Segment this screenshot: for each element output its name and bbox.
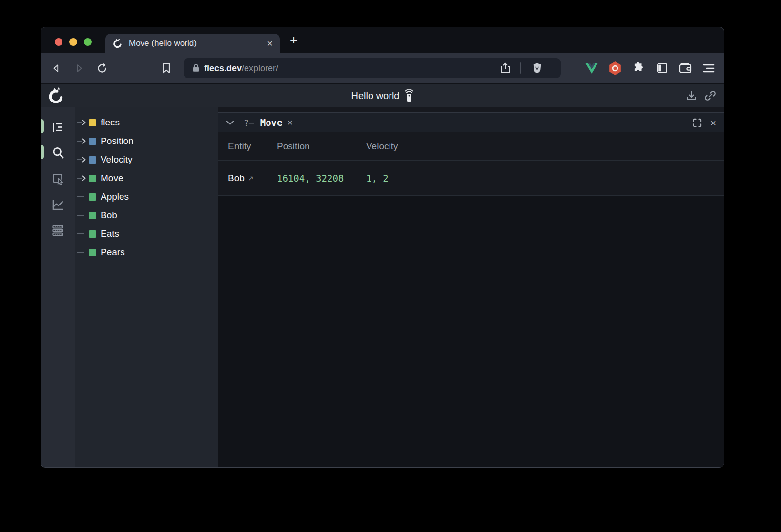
leaf-tick-icon — [77, 230, 87, 237]
world-title: Hello world — [351, 90, 400, 102]
wallet-icon[interactable] — [679, 62, 692, 75]
panel-close-icon[interactable]: × — [710, 118, 716, 128]
tree-item-label: Eats — [101, 228, 119, 239]
active-indicator — [41, 119, 44, 133]
back-button[interactable] — [51, 63, 62, 74]
velocity-value: 1, 2 — [366, 173, 724, 184]
explorer-content: flecs Position Velocity Move Apples — [41, 107, 724, 467]
lock-icon — [191, 63, 201, 73]
tree-item-label: Position — [101, 136, 134, 146]
tree-item-label: Velocity — [101, 154, 132, 165]
query-kind-label: ?– — [244, 118, 254, 128]
share-icon[interactable] — [500, 62, 511, 74]
leaf-tick-icon — [77, 212, 87, 219]
tree-item-label: Pears — [101, 247, 125, 258]
entity-tree-panel-button[interactable] — [51, 120, 65, 134]
tab-close-icon[interactable]: × — [267, 39, 273, 48]
tree-item-eats[interactable]: Eats — [75, 225, 218, 243]
tree-item-apples[interactable]: Apples — [75, 187, 218, 206]
tree-item-label: Apples — [101, 191, 129, 202]
tab-title: Move (hello world) — [129, 39, 267, 48]
url-domain: flecs.dev — [204, 63, 242, 73]
tree-item-velocity[interactable]: Velocity — [75, 150, 218, 169]
flecs-logo — [47, 87, 64, 104]
tree-item-bob[interactable]: Bob — [75, 206, 218, 225]
query-header: ?– Move × × — [218, 112, 724, 132]
icon-rail — [41, 107, 75, 467]
download-icon[interactable] — [686, 90, 697, 102]
position-value: 16104, 32208 — [277, 173, 366, 184]
table-row: Bob ↗ 16104, 32208 1, 2 — [218, 161, 724, 196]
zoom-window-button[interactable] — [84, 38, 92, 46]
explorer-header: Hello world — [41, 83, 724, 107]
flecs-favicon — [112, 38, 123, 48]
new-tab-button[interactable]: + — [287, 33, 301, 47]
entity-color-square — [89, 193, 96, 201]
leaf-tick-icon — [77, 249, 87, 256]
data-rows-panel-button[interactable] — [51, 224, 65, 237]
close-window-button[interactable] — [55, 38, 62, 46]
sidebar-toggle-icon[interactable] — [656, 62, 668, 75]
entity-color-square — [89, 212, 96, 219]
expand-chevron-icon[interactable] — [77, 175, 87, 182]
entity-color-square — [89, 156, 96, 164]
bookmark-icon[interactable] — [162, 62, 171, 74]
share-link-icon[interactable] — [704, 90, 716, 102]
url-text: flecs.dev/explorer/ — [204, 63, 278, 73]
minimize-window-button[interactable] — [69, 38, 77, 46]
column-header-velocity: Velocity — [366, 141, 724, 152]
stats-chart-panel-button[interactable] — [51, 198, 65, 211]
fullscreen-icon[interactable] — [693, 118, 702, 127]
urlbar-divider — [520, 62, 521, 74]
extensions-cluster — [585, 53, 715, 83]
results-table-header: Entity Position Velocity — [218, 132, 724, 161]
query-remove-icon[interactable]: × — [287, 117, 293, 128]
tree-item-move[interactable]: Move — [75, 169, 218, 187]
column-header-position: Position — [277, 141, 366, 152]
external-link-icon: ↗ — [248, 174, 254, 182]
query-results-panel: ?– Move × × Entity Position Velocity Bob — [218, 107, 724, 467]
active-indicator — [41, 145, 44, 159]
entity-tree-panel: flecs Position Velocity Move Apples — [75, 107, 218, 467]
brave-shield-icon[interactable] — [531, 62, 543, 75]
inspector-panel-button[interactable] — [51, 172, 65, 185]
expand-chevron-icon[interactable] — [77, 138, 87, 144]
query-title: Move — [260, 117, 283, 128]
entity-color-square — [89, 249, 96, 256]
extensions-puzzle-icon[interactable] — [632, 62, 645, 75]
url-path: /explorer/ — [242, 63, 278, 73]
tree-item-label: Move — [101, 173, 123, 184]
window-controls — [55, 38, 92, 46]
browser-toolbar: flecs.dev/explorer/ — [41, 53, 724, 83]
browser-window: Move (hello world) × + flecs.dev/explore… — [41, 27, 724, 468]
entity-color-square — [89, 138, 96, 145]
tree-item-pears[interactable]: Pears — [75, 243, 218, 262]
entity-color-square — [89, 230, 96, 238]
expand-chevron-icon[interactable] — [77, 119, 87, 126]
hexagon-extension-icon[interactable] — [609, 62, 621, 75]
collapse-chevron-icon[interactable] — [226, 120, 234, 125]
entity-link[interactable]: Bob — [228, 173, 245, 184]
tree-item-flecs[interactable]: flecs — [75, 113, 218, 132]
reload-button[interactable] — [96, 62, 108, 74]
browser-tab[interactable]: Move (hello world) × — [105, 34, 280, 53]
tab-strip: Move (hello world) × + — [41, 27, 724, 53]
tree-item-label: Bob — [101, 210, 117, 221]
leaf-tick-icon — [77, 193, 87, 200]
expand-chevron-icon[interactable] — [77, 156, 87, 163]
entity-color-square — [89, 175, 96, 182]
tree-item-label: flecs — [101, 117, 120, 128]
remote-connection-icon[interactable] — [405, 89, 413, 102]
vue-devtools-icon[interactable] — [585, 62, 598, 75]
forward-button[interactable] — [74, 63, 84, 74]
entity-color-square — [89, 119, 96, 126]
menu-hamburger-icon[interactable] — [702, 62, 715, 75]
address-bar[interactable]: flecs.dev/explorer/ — [184, 58, 561, 78]
column-header-entity: Entity — [228, 141, 277, 152]
tree-item-position[interactable]: Position — [75, 132, 218, 150]
results-empty-area — [218, 196, 724, 467]
query-panel-button[interactable] — [51, 146, 65, 160]
